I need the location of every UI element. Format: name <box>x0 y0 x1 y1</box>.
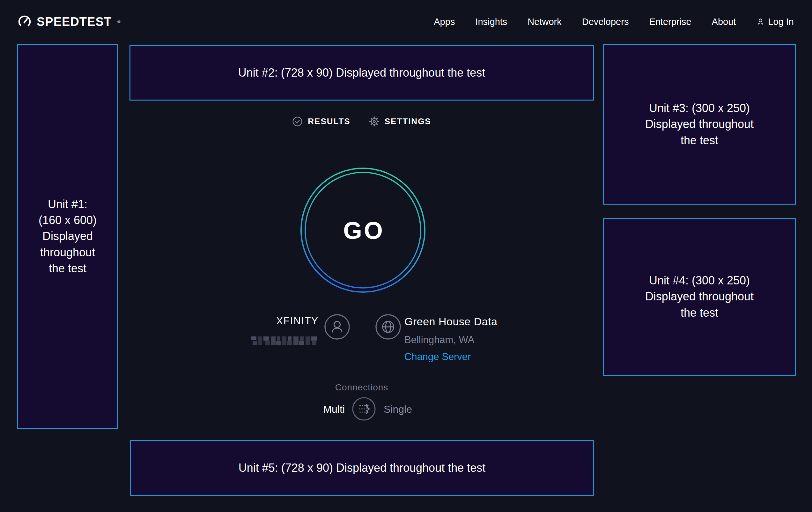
redacted-ip-text <box>251 336 319 345</box>
speedtest-logo[interactable]: SPEEDTEST ® <box>18 15 121 29</box>
server-name: Green House Data <box>404 315 497 328</box>
tab-settings[interactable]: SETTINGS <box>369 116 431 127</box>
ad-unit-1-skyscraper[interactable]: Unit #1: (160 x 600) Displayed throughou… <box>17 44 118 429</box>
user-silhouette-icon <box>756 18 765 26</box>
connections-toggle-button[interactable] <box>352 397 376 421</box>
speedtest-page: SPEEDTEST ® Apps Insights Network Develo… <box>0 0 812 512</box>
nav-item-insights[interactable]: Insights <box>475 17 507 27</box>
logo-trademark: ® <box>117 20 121 24</box>
results-tab-label: RESULTS <box>308 116 350 127</box>
settings-tab-label: SETTINGS <box>385 116 431 127</box>
connections-title: Connections <box>129 382 594 393</box>
login-button[interactable]: Log In <box>756 17 794 27</box>
top-nav-bar: SPEEDTEST ® Apps Insights Network Develo… <box>0 0 812 44</box>
main-nav: Apps Insights Network Developers Enterpr… <box>434 17 794 27</box>
go-button[interactable]: GO <box>300 167 426 293</box>
nav-item-enterprise[interactable]: Enterprise <box>649 17 691 27</box>
connections-single-option[interactable]: Single <box>384 403 447 415</box>
ad-unit-5-leaderboard[interactable]: Unit #5: (728 x 90) Displayed throughout… <box>130 440 594 496</box>
isp-user-icon <box>324 314 350 340</box>
server-globe-icon <box>375 314 401 340</box>
change-server-link[interactable]: Change Server <box>404 351 471 362</box>
check-circle-icon <box>292 116 303 127</box>
nav-item-network[interactable]: Network <box>527 17 561 27</box>
logo-wordmark: SPEEDTEST <box>37 15 112 29</box>
speedometer-gauge-icon <box>18 15 32 29</box>
ad-unit-2-leaderboard[interactable]: Unit #2: (728 x 90) Displayed throughout… <box>129 45 594 101</box>
nav-item-developers[interactable]: Developers <box>582 17 629 27</box>
connections-multi-option[interactable]: Multi <box>281 403 345 415</box>
tab-results[interactable]: RESULTS <box>292 116 350 127</box>
login-label: Log In <box>768 17 794 27</box>
results-settings-tabs: RESULTS <box>129 116 594 127</box>
server-location: Bellingham, WA <box>404 334 474 346</box>
nav-item-about[interactable]: About <box>712 17 736 27</box>
go-button-label: GO <box>300 167 426 293</box>
nav-item-apps[interactable]: Apps <box>434 17 455 27</box>
ad-unit-4-rectangle[interactable]: Unit #4: (300 x 250) Displayed throughou… <box>603 218 796 376</box>
isp-name: XFINITY <box>223 315 319 327</box>
ad-unit-3-rectangle[interactable]: Unit #3: (300 x 250) Displayed throughou… <box>603 44 796 205</box>
gear-icon <box>369 116 379 127</box>
